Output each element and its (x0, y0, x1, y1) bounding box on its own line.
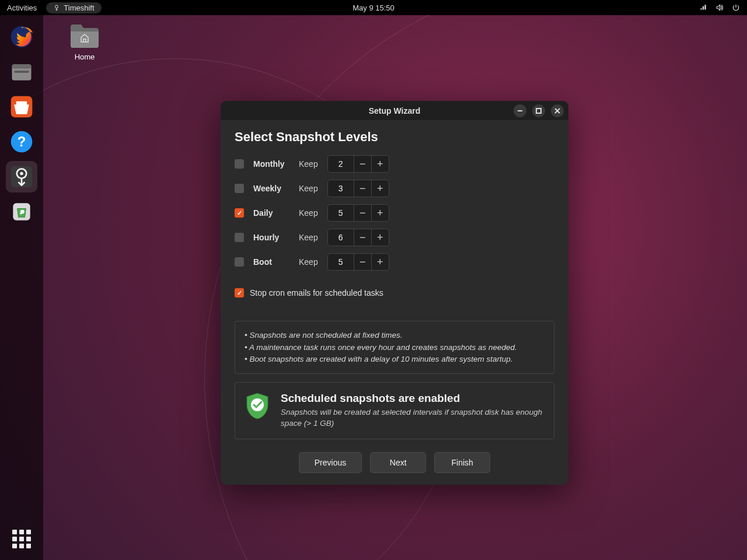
dock-timeshift[interactable] (6, 161, 37, 192)
daily-decrement-button[interactable]: − (354, 204, 371, 222)
close-button[interactable] (551, 104, 564, 117)
keep-label: Keep (299, 184, 318, 193)
boot-checkbox[interactable] (235, 257, 244, 267)
daily-increment-button[interactable]: + (371, 204, 389, 222)
daily-keep-spinner: 5 − + (327, 204, 389, 222)
keep-label: Keep (299, 159, 318, 169)
help-icon: ? (9, 129, 34, 155)
level-row-daily: Daily Keep 5 − + (235, 204, 554, 222)
boot-keep-value[interactable]: 5 (328, 257, 354, 267)
keep-label: Keep (299, 257, 318, 267)
daily-label: Daily (253, 208, 289, 218)
monthly-keep-spinner: 2 − + (327, 155, 389, 173)
keep-label: Keep (299, 208, 318, 218)
firefox-icon (9, 24, 34, 50)
weekly-increment-button[interactable]: + (371, 180, 389, 197)
software-icon (9, 94, 34, 120)
level-row-monthly: Monthly Keep 2 − + (235, 155, 554, 173)
boot-label: Boot (253, 257, 289, 267)
boot-increment-button[interactable]: + (371, 253, 389, 271)
monthly-keep-value[interactable]: 2 (328, 159, 354, 169)
setup-wizard-window: Setup Wizard Select Snapshot Levels Mont… (221, 101, 568, 485)
boot-keep-spinner: 5 − + (327, 253, 389, 271)
hourly-increment-button[interactable]: + (371, 229, 389, 246)
info-box: Snapshots are not scheduled at fixed tim… (235, 321, 554, 374)
stop-cron-label: Stop cron emails for scheduled tasks (250, 288, 383, 298)
keep-label: Keep (299, 233, 318, 242)
minimize-button[interactable] (514, 104, 526, 117)
boot-decrement-button[interactable]: − (354, 253, 371, 271)
daily-checkbox[interactable] (235, 208, 244, 218)
desktop-home-folder[interactable]: Home (64, 23, 105, 61)
hourly-label: Hourly (253, 233, 289, 242)
timeshift-icon (53, 4, 60, 11)
weekly-label: Weekly (253, 184, 289, 193)
monthly-checkbox[interactable] (235, 159, 244, 169)
hourly-keep-value[interactable]: 6 (328, 233, 354, 242)
level-row-weekly: Weekly Keep 3 − + (235, 180, 554, 197)
finish-button[interactable]: Finish (434, 452, 490, 473)
maximize-button[interactable] (532, 104, 545, 117)
folder-icon (69, 23, 100, 49)
svg-rect-13 (536, 108, 541, 113)
weekly-keep-spinner: 3 − + (327, 180, 389, 197)
desktop-home-label: Home (64, 52, 105, 61)
shield-check-icon (245, 392, 270, 420)
app-menu-label: Timeshift (64, 4, 94, 12)
dock-help[interactable]: ? (6, 126, 37, 158)
titlebar[interactable]: Setup Wizard (221, 101, 568, 120)
level-row-boot: Boot Keep 5 − + (235, 253, 554, 271)
timeshift-app-icon (9, 164, 34, 190)
next-button[interactable]: Next (370, 452, 426, 473)
info-line: A maintenance task runs once every hour … (245, 342, 544, 354)
dock-files[interactable] (6, 56, 37, 88)
svg-rect-3 (12, 64, 32, 68)
monthly-increment-button[interactable]: + (371, 155, 389, 173)
status-desc: Snapshots will be created at selected in… (281, 407, 544, 429)
hourly-keep-spinner: 6 − + (327, 229, 389, 246)
wizard-buttons: Previous Next Finish (235, 439, 554, 473)
daily-keep-value[interactable]: 5 (328, 208, 354, 218)
clock[interactable]: May 9 15:50 (352, 4, 395, 12)
monthly-label: Monthly (253, 159, 289, 169)
hourly-decrement-button[interactable]: − (354, 229, 371, 246)
files-icon (9, 59, 34, 85)
app-menu-button[interactable]: Timeshift (46, 2, 101, 13)
stop-cron-checkbox[interactable] (235, 288, 244, 298)
top-bar: Activities Timeshift May 9 15:50 (0, 0, 747, 15)
status-title: Scheduled snapshots are enabled (281, 392, 544, 405)
page-heading: Select Snapshot Levels (235, 130, 554, 145)
monthly-decrement-button[interactable]: − (354, 155, 371, 173)
weekly-checkbox[interactable] (235, 184, 244, 193)
svg-text:?: ? (18, 134, 26, 149)
dock-software[interactable] (6, 91, 37, 123)
stop-cron-row: Stop cron emails for scheduled tasks (235, 288, 554, 298)
window-title: Setup Wizard (369, 106, 421, 116)
weekly-keep-value[interactable]: 3 (328, 184, 354, 193)
info-line: Snapshots are not scheduled at fixed tim… (245, 330, 544, 341)
svg-point-10 (20, 172, 23, 176)
trash-icon (9, 199, 34, 225)
dock-trash[interactable] (6, 196, 37, 228)
volume-icon[interactable] (715, 4, 724, 12)
level-row-hourly: Hourly Keep 6 − + (235, 229, 554, 246)
dock: ? (0, 15, 43, 560)
previous-button[interactable]: Previous (299, 452, 362, 473)
hourly-checkbox[interactable] (235, 233, 244, 242)
power-icon[interactable] (732, 4, 740, 12)
network-icon[interactable] (699, 4, 707, 12)
svg-rect-4 (14, 71, 29, 73)
info-line: Boot snapshots are created with a delay … (245, 354, 544, 365)
dock-firefox[interactable] (6, 21, 37, 52)
activities-button[interactable]: Activities (7, 4, 37, 12)
svg-point-0 (55, 5, 58, 8)
weekly-decrement-button[interactable]: − (354, 180, 371, 197)
status-box: Scheduled snapshots are enabled Snapshot… (235, 382, 554, 439)
show-apps-button[interactable] (12, 530, 31, 548)
